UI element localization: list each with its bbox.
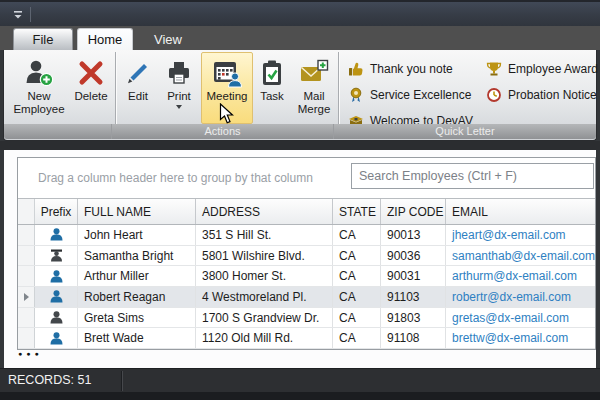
- statusbar-separator: [122, 371, 123, 391]
- cell-state: CA: [333, 246, 381, 266]
- column-header-state[interactable]: STATE: [333, 199, 381, 224]
- new-employee-button[interactable]: New Employee: [8, 52, 70, 124]
- quick-letter-label: Employee Award: [508, 62, 598, 76]
- window-frame-band: [0, 141, 600, 150]
- column-header-prefix[interactable]: Prefix: [35, 199, 78, 224]
- cell-zip: 91803: [381, 308, 446, 328]
- cell-zip: 91108: [381, 328, 446, 348]
- cell-email-link[interactable]: brettw@dx-email.com: [446, 328, 595, 348]
- cell-full-name: John Heart: [78, 225, 196, 245]
- task-button[interactable]: Task: [253, 52, 291, 124]
- male-person-icon: [35, 287, 78, 307]
- cell-state: CA: [333, 328, 381, 348]
- male-person-icon: [35, 266, 78, 286]
- row-indicator: [18, 266, 35, 286]
- status-bar: RECORDS: 51: [0, 368, 600, 392]
- person-add-icon: [24, 56, 54, 90]
- group-by-panel[interactable]: Drag a column header here to group by th…: [18, 158, 595, 199]
- cell-address: 3800 Homer St.: [196, 266, 333, 286]
- cell-zip: 91103: [381, 287, 446, 307]
- mouse-cursor: [219, 103, 234, 125]
- table-row-selected[interactable]: Robert Reagan 4 Westmoreland Pl. CA 9110…: [18, 287, 595, 308]
- cell-state: CA: [333, 287, 381, 307]
- titlebar-separator: [30, 7, 31, 22]
- table-row[interactable]: Brett Wade 1120 Old Mill Rd. CA 91108 br…: [18, 328, 595, 349]
- cell-email-link[interactable]: samanthab@dx-email.com: [446, 246, 595, 266]
- tab-file[interactable]: File: [13, 28, 73, 50]
- ribbon-caption-row: Actions Quick Letter: [4, 124, 596, 139]
- records-count: RECORDS: 51: [8, 373, 91, 387]
- edit-label: Edit: [128, 90, 148, 103]
- cell-zip: 90013: [381, 225, 446, 245]
- edit-button[interactable]: Edit: [119, 52, 157, 124]
- printer-icon: [165, 56, 193, 90]
- cell-full-name: Robert Reagan: [78, 287, 196, 307]
- quick-letter-label: Service Excellence: [370, 88, 471, 102]
- group-caption-actions: Actions: [112, 124, 334, 139]
- cell-address: 1120 Old Mill Rd.: [196, 328, 333, 348]
- table-row[interactable]: Samantha Bright 5801 Wilshire Blvd. CA 9…: [18, 246, 595, 267]
- doctor-person-icon: [35, 246, 78, 266]
- table-row[interactable]: Arthur Miller 3800 Homer St. CA 90031 ar…: [18, 266, 595, 287]
- data-pager-ellipsis[interactable]: ●●●: [18, 350, 43, 357]
- column-header-zip-code[interactable]: ZIP CODE: [381, 199, 446, 224]
- employee-award-button[interactable]: Employee Award: [486, 56, 598, 82]
- column-header-email[interactable]: EMAIL: [446, 199, 595, 224]
- employee-grid: Drag a column header here to group by th…: [17, 157, 596, 350]
- thumbs-up-icon: [348, 61, 364, 77]
- quick-access-dropdown-button[interactable]: [10, 8, 26, 22]
- quick-letter-label: Welcome to DevAV: [370, 114, 473, 124]
- thank-you-note-button[interactable]: Thank you note: [348, 56, 486, 82]
- probation-notice-button[interactable]: Probation Notice: [486, 82, 598, 108]
- cell-email-link[interactable]: jheart@dx-email.com: [446, 225, 595, 245]
- cell-state: CA: [333, 308, 381, 328]
- delete-button[interactable]: Delete: [70, 52, 112, 124]
- cell-email-link[interactable]: gretas@dx-email.com: [446, 308, 595, 328]
- search-input[interactable]: [351, 163, 594, 189]
- row-indicator: [18, 328, 35, 348]
- tab-view[interactable]: View: [146, 28, 190, 50]
- group-by-hint: Drag a column header here to group by th…: [38, 171, 313, 185]
- ribbon-tab-row: File Home View: [0, 26, 600, 50]
- row-indicator: [18, 225, 35, 245]
- ribbon: New Employee Delete: [3, 50, 597, 141]
- mail-plus-icon: [299, 56, 329, 90]
- new-employee-label: New Employee: [9, 90, 69, 116]
- meeting-label: Meeting: [207, 90, 248, 103]
- cell-zip: 90031: [381, 266, 446, 286]
- quick-letter-label: Probation Notice: [508, 88, 597, 102]
- row-indicator: [18, 308, 35, 328]
- print-label: Print: [167, 90, 191, 103]
- mail-merge-label: Mail Merge: [292, 90, 336, 116]
- column-header-address[interactable]: ADDRESS: [196, 199, 333, 224]
- cell-full-name: Arthur Miller: [78, 266, 196, 286]
- cell-address: 5801 Wilshire Blvd.: [196, 246, 333, 266]
- delete-label: Delete: [74, 90, 107, 103]
- title-bar: [0, 0, 600, 26]
- print-dropdown-arrow-icon[interactable]: [176, 105, 182, 109]
- tab-home[interactable]: Home: [77, 28, 133, 50]
- cell-email-link[interactable]: arthurm@dx-email.com: [446, 266, 595, 286]
- cell-email-link[interactable]: robertr@dx-email.com: [446, 287, 595, 307]
- cell-state: CA: [333, 266, 381, 286]
- mail-merge-button[interactable]: Mail Merge: [291, 52, 337, 124]
- column-header-full-name[interactable]: FULL NAME: [78, 199, 196, 224]
- row-arrow-icon: [24, 293, 29, 301]
- print-button[interactable]: Print: [157, 52, 201, 124]
- cell-zip: 90036: [381, 246, 446, 266]
- pencil-icon: [124, 56, 152, 90]
- ribbon-group-quick-letter: Thank you note Employee Award Se: [340, 52, 598, 124]
- table-row[interactable]: Greta Sims 1700 S Grandview Dr. CA 91803…: [18, 308, 595, 329]
- group-caption-employees: [4, 124, 112, 139]
- ribbon-group-employees: New Employee Delete: [8, 50, 114, 124]
- cell-state: CA: [333, 225, 381, 245]
- service-excellence-button[interactable]: Service Excellence: [348, 82, 486, 108]
- cell-full-name: Samantha Bright: [78, 246, 196, 266]
- table-row[interactable]: John Heart 351 S Hill St. CA 90013 jhear…: [18, 225, 595, 246]
- male-person-icon: [35, 225, 78, 245]
- welcome-to-devav-button[interactable]: Welcome to DevAV: [348, 108, 486, 124]
- row-indicator-header: [18, 199, 35, 224]
- app-window: File Home View New Employee: [0, 0, 600, 400]
- main-content: Drag a column header here to group by th…: [4, 150, 596, 368]
- grid-header-row: Prefix FULL NAME ADDRESS STATE ZIP CODE …: [18, 199, 595, 225]
